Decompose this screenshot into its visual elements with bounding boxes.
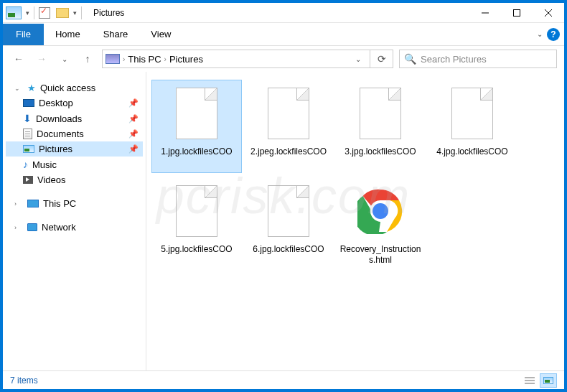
pin-icon: 📌 <box>128 129 139 139</box>
help-button[interactable]: ? <box>547 28 560 41</box>
navigation-pane: ⌄ ★ Quick access Desktop📌 ⬇ Downloads📌 D… <box>3 72 146 370</box>
file-name: 1.jpg.lockfilesCOO <box>161 146 232 168</box>
window-title: Pictures <box>93 8 124 18</box>
ribbon-tabs: File Home Share View ⌄ ? <box>3 23 564 46</box>
tab-view[interactable]: View <box>139 23 182 46</box>
crumb-pictures[interactable]: Pictures <box>169 54 203 65</box>
sidebar-item-desktop[interactable]: Desktop📌 <box>6 95 143 111</box>
blank-file-icon <box>263 85 314 142</box>
sidebar-network[interactable]: › Network <box>6 220 143 235</box>
nav-up-button[interactable]: ↑ <box>79 50 96 67</box>
svg-point-6 <box>372 203 388 219</box>
blank-file-icon <box>355 85 406 142</box>
svg-rect-1 <box>514 9 520 16</box>
file-name: 2.jpeg.lockfilesCOO <box>250 146 327 168</box>
sidebar-quick-access[interactable]: ⌄ ★ Quick access <box>6 80 143 95</box>
expand-icon[interactable]: › <box>14 200 22 207</box>
sidebar-item-documents[interactable]: Documents📌 <box>6 126 143 141</box>
blank-file-icon <box>172 85 222 142</box>
pin-icon: 📌 <box>128 144 139 154</box>
view-details-button[interactable] <box>521 373 538 388</box>
pc-icon <box>27 200 39 207</box>
file-item[interactable]: 4.jpg.lockfilesCOO <box>428 80 517 172</box>
close-button[interactable] <box>533 3 564 23</box>
item-count: 7 items <box>10 375 38 386</box>
file-item[interactable]: 2.jpeg.lockfilesCOO <box>244 80 333 172</box>
expand-icon[interactable]: › <box>14 224 22 231</box>
crumb-this-pc[interactable]: This PC <box>128 54 161 65</box>
chevron-right-icon[interactable]: › <box>123 55 125 63</box>
file-item[interactable]: 5.jpg.lockfilesCOO <box>152 178 241 270</box>
pin-icon: 📌 <box>128 114 139 123</box>
file-item[interactable]: Recovery_Instructions.html <box>336 178 425 270</box>
breadcrumb[interactable]: › This PC › Pictures ⌄ <box>102 50 370 68</box>
file-item[interactable]: 6.jpg.lockfilesCOO <box>244 178 333 270</box>
expand-icon[interactable]: ⌄ <box>14 85 22 92</box>
file-tab[interactable]: File <box>3 24 44 45</box>
star-icon: ★ <box>27 83 36 93</box>
file-item[interactable]: 1.jpg.lockfilesCOO <box>152 80 241 172</box>
desktop-icon <box>23 99 34 107</box>
file-name: 3.jpg.lockfilesCOO <box>345 146 416 168</box>
address-bar: ← → ⌄ ↑ › This PC › Pictures ⌄ ⟳ 🔍 Searc… <box>3 46 564 72</box>
file-name: 6.jpg.lockfilesCOO <box>253 244 324 266</box>
maximize-button[interactable] <box>501 3 533 23</box>
nav-recent-dropdown[interactable]: ⌄ <box>56 50 73 67</box>
title-bar: ▾ ▾ Pictures <box>3 3 564 23</box>
qat-dropdown-icon[interactable]: ▾ <box>26 9 29 17</box>
tab-share[interactable]: Share <box>92 23 140 46</box>
chevron-right-icon[interactable]: › <box>164 55 167 63</box>
file-name: Recovery_Instructions.html <box>337 244 423 266</box>
sidebar-item-videos[interactable]: Videos <box>6 172 143 187</box>
sidebar-item-music[interactable]: ♪ Music <box>6 157 143 172</box>
blank-file-icon <box>263 182 314 240</box>
network-icon <box>27 223 37 231</box>
minimize-button[interactable] <box>469 3 501 23</box>
breadcrumb-dropdown-icon[interactable]: ⌄ <box>350 55 367 63</box>
video-icon <box>23 176 33 184</box>
sidebar-item-pictures[interactable]: Pictures📌 <box>6 141 143 157</box>
qat-newfolder-icon[interactable] <box>56 8 69 18</box>
download-icon: ⬇ <box>23 113 32 124</box>
qat-overflow-icon[interactable]: ▾ <box>73 9 77 17</box>
blank-file-icon <box>172 182 222 240</box>
file-pane[interactable]: 1.jpg.lockfilesCOO2.jpeg.lockfilesCOO3.j… <box>146 72 564 370</box>
view-large-icons-button[interactable] <box>540 373 557 388</box>
file-name: 4.jpg.lockfilesCOO <box>436 146 507 168</box>
file-name: 5.jpg.lockfilesCOO <box>161 244 232 266</box>
chrome-icon <box>355 182 406 240</box>
music-icon: ♪ <box>23 159 28 170</box>
tab-home[interactable]: Home <box>44 23 92 46</box>
sidebar-this-pc[interactable]: › This PC <box>6 196 143 211</box>
location-icon <box>106 54 120 64</box>
file-item[interactable]: 3.jpg.lockfilesCOO <box>336 80 425 172</box>
nav-back-button[interactable]: ← <box>10 50 27 67</box>
pin-icon: 📌 <box>128 98 139 108</box>
sidebar-item-downloads[interactable]: ⬇ Downloads📌 <box>6 111 143 126</box>
qat-icon[interactable] <box>6 6 22 19</box>
search-icon: 🔍 <box>404 53 416 65</box>
nav-forward-button[interactable]: → <box>33 50 50 67</box>
status-bar: 7 items <box>3 370 564 389</box>
blank-file-icon <box>447 85 497 142</box>
pictures-icon <box>23 145 34 153</box>
refresh-button[interactable]: ⟳ <box>370 50 393 68</box>
search-placeholder: Search Pictures <box>421 54 487 65</box>
document-icon <box>23 129 32 139</box>
search-input[interactable]: 🔍 Search Pictures <box>399 50 557 68</box>
qat-properties-icon[interactable] <box>39 7 50 19</box>
ribbon-collapse-icon[interactable]: ⌄ <box>537 30 543 38</box>
